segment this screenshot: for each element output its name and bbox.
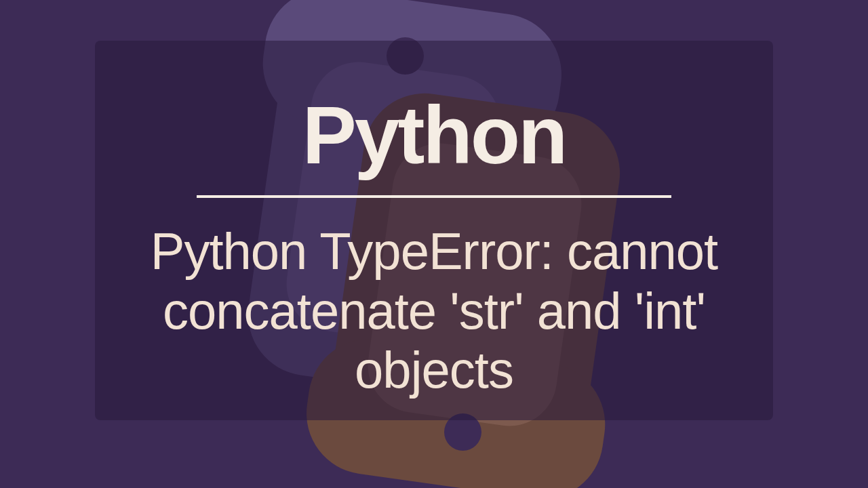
main-title: Python [302,88,566,182]
error-subtitle: Python TypeError: cannot concatenate 'st… [78,222,790,399]
content-container: Python Python TypeError: cannot concaten… [0,0,868,488]
title-divider [197,195,671,198]
